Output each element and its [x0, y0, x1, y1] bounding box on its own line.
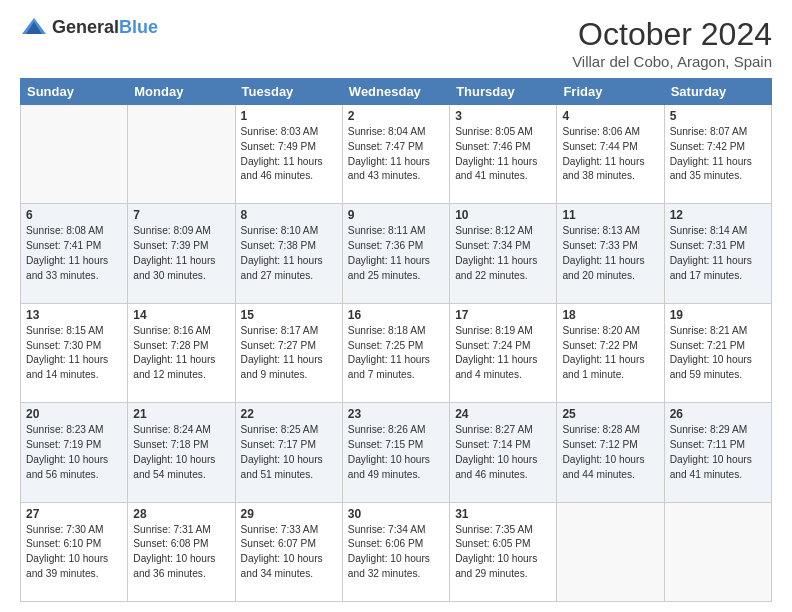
day-cell: 13Sunrise: 8:15 AMSunset: 7:30 PMDayligh… [21, 303, 128, 402]
day-info: Sunrise: 8:21 AMSunset: 7:21 PMDaylight:… [670, 324, 766, 383]
col-header-sunday: Sunday [21, 79, 128, 105]
day-number: 21 [133, 407, 229, 421]
day-cell: 21Sunrise: 8:24 AMSunset: 7:18 PMDayligh… [128, 403, 235, 502]
day-info: Sunrise: 8:24 AMSunset: 7:18 PMDaylight:… [133, 423, 229, 482]
day-info: Sunrise: 8:10 AMSunset: 7:38 PMDaylight:… [241, 224, 337, 283]
day-info: Sunrise: 8:26 AMSunset: 7:15 PMDaylight:… [348, 423, 444, 482]
day-number: 10 [455, 208, 551, 222]
day-info: Sunrise: 8:18 AMSunset: 7:25 PMDaylight:… [348, 324, 444, 383]
day-number: 5 [670, 109, 766, 123]
day-cell: 16Sunrise: 8:18 AMSunset: 7:25 PMDayligh… [342, 303, 449, 402]
day-cell: 6Sunrise: 8:08 AMSunset: 7:41 PMDaylight… [21, 204, 128, 303]
day-info: Sunrise: 8:19 AMSunset: 7:24 PMDaylight:… [455, 324, 551, 383]
day-cell: 29Sunrise: 7:33 AMSunset: 6:07 PMDayligh… [235, 502, 342, 601]
week-row-3: 13Sunrise: 8:15 AMSunset: 7:30 PMDayligh… [21, 303, 772, 402]
month-title: October 2024 [572, 16, 772, 53]
day-cell: 27Sunrise: 7:30 AMSunset: 6:10 PMDayligh… [21, 502, 128, 601]
col-header-wednesday: Wednesday [342, 79, 449, 105]
day-cell: 31Sunrise: 7:35 AMSunset: 6:05 PMDayligh… [450, 502, 557, 601]
day-cell: 2Sunrise: 8:04 AMSunset: 7:47 PMDaylight… [342, 105, 449, 204]
day-info: Sunrise: 7:34 AMSunset: 6:06 PMDaylight:… [348, 523, 444, 582]
logo-text: GeneralBlue [52, 17, 158, 38]
day-info: Sunrise: 7:30 AMSunset: 6:10 PMDaylight:… [26, 523, 122, 582]
day-cell: 19Sunrise: 8:21 AMSunset: 7:21 PMDayligh… [664, 303, 771, 402]
day-number: 30 [348, 507, 444, 521]
day-cell: 10Sunrise: 8:12 AMSunset: 7:34 PMDayligh… [450, 204, 557, 303]
week-row-5: 27Sunrise: 7:30 AMSunset: 6:10 PMDayligh… [21, 502, 772, 601]
calendar-page: GeneralBlue October 2024 Villar del Cobo… [0, 0, 792, 612]
day-number: 1 [241, 109, 337, 123]
day-number: 22 [241, 407, 337, 421]
week-row-4: 20Sunrise: 8:23 AMSunset: 7:19 PMDayligh… [21, 403, 772, 502]
day-number: 27 [26, 507, 122, 521]
day-number: 23 [348, 407, 444, 421]
day-number: 14 [133, 308, 229, 322]
day-number: 4 [562, 109, 658, 123]
day-info: Sunrise: 8:20 AMSunset: 7:22 PMDaylight:… [562, 324, 658, 383]
calendar-table: SundayMondayTuesdayWednesdayThursdayFrid… [20, 78, 772, 602]
day-info: Sunrise: 8:17 AMSunset: 7:27 PMDaylight:… [241, 324, 337, 383]
logo-icon [20, 16, 48, 38]
day-cell [557, 502, 664, 601]
day-cell: 12Sunrise: 8:14 AMSunset: 7:31 PMDayligh… [664, 204, 771, 303]
day-cell: 4Sunrise: 8:06 AMSunset: 7:44 PMDaylight… [557, 105, 664, 204]
col-header-friday: Friday [557, 79, 664, 105]
logo: GeneralBlue [20, 16, 158, 38]
day-info: Sunrise: 8:25 AMSunset: 7:17 PMDaylight:… [241, 423, 337, 482]
day-cell [21, 105, 128, 204]
day-info: Sunrise: 8:28 AMSunset: 7:12 PMDaylight:… [562, 423, 658, 482]
day-info: Sunrise: 8:13 AMSunset: 7:33 PMDaylight:… [562, 224, 658, 283]
day-cell: 30Sunrise: 7:34 AMSunset: 6:06 PMDayligh… [342, 502, 449, 601]
col-header-saturday: Saturday [664, 79, 771, 105]
day-cell [128, 105, 235, 204]
day-cell: 23Sunrise: 8:26 AMSunset: 7:15 PMDayligh… [342, 403, 449, 502]
day-cell: 3Sunrise: 8:05 AMSunset: 7:46 PMDaylight… [450, 105, 557, 204]
week-row-1: 1Sunrise: 8:03 AMSunset: 7:49 PMDaylight… [21, 105, 772, 204]
day-number: 9 [348, 208, 444, 222]
day-cell: 25Sunrise: 8:28 AMSunset: 7:12 PMDayligh… [557, 403, 664, 502]
day-info: Sunrise: 8:03 AMSunset: 7:49 PMDaylight:… [241, 125, 337, 184]
day-number: 6 [26, 208, 122, 222]
day-number: 20 [26, 407, 122, 421]
location: Villar del Cobo, Aragon, Spain [572, 53, 772, 70]
day-cell: 18Sunrise: 8:20 AMSunset: 7:22 PMDayligh… [557, 303, 664, 402]
title-section: October 2024 Villar del Cobo, Aragon, Sp… [572, 16, 772, 70]
day-info: Sunrise: 8:23 AMSunset: 7:19 PMDaylight:… [26, 423, 122, 482]
day-number: 16 [348, 308, 444, 322]
day-info: Sunrise: 8:11 AMSunset: 7:36 PMDaylight:… [348, 224, 444, 283]
day-number: 18 [562, 308, 658, 322]
day-cell: 22Sunrise: 8:25 AMSunset: 7:17 PMDayligh… [235, 403, 342, 502]
day-number: 8 [241, 208, 337, 222]
day-cell: 14Sunrise: 8:16 AMSunset: 7:28 PMDayligh… [128, 303, 235, 402]
day-number: 13 [26, 308, 122, 322]
day-number: 17 [455, 308, 551, 322]
day-number: 26 [670, 407, 766, 421]
col-header-monday: Monday [128, 79, 235, 105]
day-info: Sunrise: 8:09 AMSunset: 7:39 PMDaylight:… [133, 224, 229, 283]
day-info: Sunrise: 8:06 AMSunset: 7:44 PMDaylight:… [562, 125, 658, 184]
day-cell: 15Sunrise: 8:17 AMSunset: 7:27 PMDayligh… [235, 303, 342, 402]
day-cell [664, 502, 771, 601]
day-info: Sunrise: 7:35 AMSunset: 6:05 PMDaylight:… [455, 523, 551, 582]
day-cell: 8Sunrise: 8:10 AMSunset: 7:38 PMDaylight… [235, 204, 342, 303]
day-number: 28 [133, 507, 229, 521]
day-info: Sunrise: 8:27 AMSunset: 7:14 PMDaylight:… [455, 423, 551, 482]
day-info: Sunrise: 7:33 AMSunset: 6:07 PMDaylight:… [241, 523, 337, 582]
day-info: Sunrise: 8:05 AMSunset: 7:46 PMDaylight:… [455, 125, 551, 184]
day-number: 3 [455, 109, 551, 123]
day-info: Sunrise: 8:15 AMSunset: 7:30 PMDaylight:… [26, 324, 122, 383]
day-cell: 17Sunrise: 8:19 AMSunset: 7:24 PMDayligh… [450, 303, 557, 402]
day-cell: 11Sunrise: 8:13 AMSunset: 7:33 PMDayligh… [557, 204, 664, 303]
day-info: Sunrise: 8:12 AMSunset: 7:34 PMDaylight:… [455, 224, 551, 283]
day-cell: 9Sunrise: 8:11 AMSunset: 7:36 PMDaylight… [342, 204, 449, 303]
day-info: Sunrise: 8:29 AMSunset: 7:11 PMDaylight:… [670, 423, 766, 482]
day-cell: 7Sunrise: 8:09 AMSunset: 7:39 PMDaylight… [128, 204, 235, 303]
day-info: Sunrise: 8:07 AMSunset: 7:42 PMDaylight:… [670, 125, 766, 184]
day-number: 7 [133, 208, 229, 222]
col-header-thursday: Thursday [450, 79, 557, 105]
day-cell: 5Sunrise: 8:07 AMSunset: 7:42 PMDaylight… [664, 105, 771, 204]
week-row-2: 6Sunrise: 8:08 AMSunset: 7:41 PMDaylight… [21, 204, 772, 303]
day-number: 25 [562, 407, 658, 421]
day-number: 29 [241, 507, 337, 521]
col-header-tuesday: Tuesday [235, 79, 342, 105]
